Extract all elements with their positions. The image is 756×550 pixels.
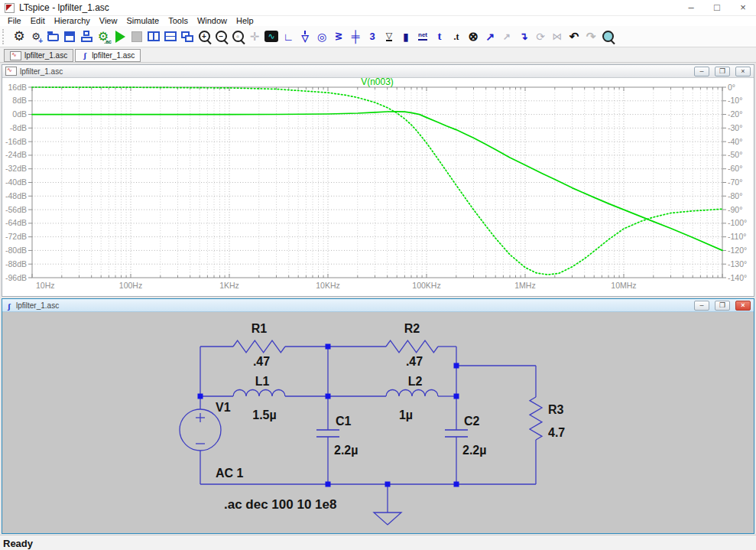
delete-icon[interactable] [465, 28, 482, 45]
component-R2-label[interactable]: R2 [404, 322, 420, 335]
waveform-restore-button[interactable]: ❐ [715, 67, 730, 76]
db-axis-label: -8dB [10, 123, 27, 132]
copy-icon[interactable] [482, 28, 498, 45]
place-component-icon[interactable] [397, 28, 414, 45]
menu-file[interactable]: File [3, 16, 26, 26]
phase-axis-label: 0° [728, 83, 735, 92]
menu-edit[interactable]: Edit [26, 16, 50, 26]
toolbar [0, 26, 756, 47]
waveform-plot-area[interactable]: 16dB0°8dB-10°0dB-20°-8dB-30°-16dB-40°-24… [2, 78, 754, 296]
schematic-icon [81, 51, 89, 60]
junction-node [385, 482, 391, 487]
zoom-in-icon[interactable] [196, 28, 213, 45]
new-schematic-icon[interactable] [28, 28, 44, 45]
drag-icon[interactable] [515, 28, 532, 45]
junction-node [454, 394, 459, 399]
place-ground-icon[interactable] [297, 28, 313, 45]
menu-view[interactable]: View [95, 16, 122, 26]
schematic-close-button[interactable]: × [735, 301, 751, 311]
zoom-full-extents-icon[interactable] [229, 28, 246, 45]
place-inductor-icon[interactable] [364, 28, 381, 45]
component-R1-value[interactable]: .47 [253, 355, 270, 368]
component-C2-value[interactable]: 2.2µ [462, 444, 486, 457]
menu-help[interactable]: Help [232, 16, 258, 26]
tab-waveform[interactable]: lpfilter_1.asc [4, 49, 73, 62]
place-resistor-icon[interactable] [330, 28, 347, 45]
phase-axis-label: -20° [728, 109, 742, 119]
print-icon[interactable] [78, 28, 95, 45]
freq-axis-label: 1MHz [514, 281, 535, 290]
schematic-icon [5, 298, 13, 312]
rotate-icon [532, 28, 549, 45]
freq-axis-label: 10MHz [611, 281, 636, 290]
waveform-plot[interactable]: 16dB0°8dB-10°0dB-20°-8dB-30°-16dB-40°-24… [2, 78, 754, 296]
spice-netlist-icon[interactable] [414, 28, 431, 45]
place-text-icon[interactable] [431, 28, 448, 45]
junction-node [326, 482, 331, 487]
spice-directive-text[interactable]: .ac dec 100 10 1e8 [224, 497, 336, 512]
mirror-icon [549, 28, 566, 45]
db-axis-label: 16dB [8, 83, 27, 92]
freq-axis-label: 10Hz [36, 281, 55, 290]
component-V1-label[interactable]: V1 [216, 401, 231, 414]
minimize-button[interactable]: – [678, 0, 704, 15]
schematic-minimize-button[interactable]: – [694, 301, 709, 311]
tab-schematic[interactable]: lpfilter_1.asc [75, 49, 141, 62]
phase-axis-label: -70° [728, 177, 742, 187]
db-axis-label: -32dB [5, 164, 27, 173]
component-R2-value[interactable]: .47 [406, 355, 423, 368]
junction-node [198, 394, 203, 399]
menu-window[interactable]: Window [193, 16, 232, 26]
label-net-icon[interactable] [313, 28, 330, 45]
open-icon[interactable] [44, 28, 61, 45]
component-R3-label[interactable]: R3 [548, 403, 564, 416]
autorange-y-axis-icon[interactable] [263, 28, 280, 45]
schematic-window-titlebar[interactable]: lpfilter_1.asc – ❐ × [2, 299, 754, 312]
db-axis-label: -96dB [5, 273, 27, 282]
place-diode-icon[interactable] [381, 28, 397, 45]
waveform-close-button[interactable]: × [735, 67, 751, 76]
menu-tools[interactable]: Tools [164, 16, 193, 26]
paste-icon [498, 28, 515, 45]
db-axis-label: -24dB [5, 150, 27, 159]
save-icon[interactable] [61, 28, 78, 45]
component-R3-value[interactable]: 4.7 [548, 426, 565, 439]
schematic-restore-button[interactable]: ❐ [715, 301, 730, 311]
control-panel-icon[interactable] [11, 28, 28, 45]
undo-icon[interactable] [566, 28, 582, 45]
view-spice-netlist-icon[interactable] [95, 28, 112, 45]
menu-hierarchy[interactable]: Hierarchy [50, 16, 95, 26]
db-axis-label: -88dB [5, 259, 27, 268]
component-L2-value[interactable]: 1µ [399, 408, 413, 421]
component-L1-value[interactable]: 1.5µ [252, 408, 276, 421]
component-L2-label[interactable]: L2 [408, 375, 423, 388]
place-capacitor-icon[interactable] [347, 28, 364, 45]
component-R1-label[interactable]: R1 [251, 322, 268, 335]
component-C2-label[interactable]: C2 [464, 415, 480, 428]
component-L1-label[interactable]: L1 [255, 375, 270, 388]
trace-legend[interactable]: V(n003) [361, 78, 394, 87]
find-icon[interactable] [599, 28, 616, 45]
draw-wire-icon[interactable] [280, 28, 297, 45]
component-V1-value[interactable]: AC 1 [216, 467, 244, 480]
component-C1-value[interactable]: 2.2µ [334, 444, 358, 457]
component-C1-label[interactable]: C1 [336, 415, 352, 428]
maximize-button[interactable]: □ [704, 0, 730, 15]
zoom-out-icon[interactable] [213, 28, 229, 45]
schematic-canvas-area[interactable]: R1.47R2.47L11.5µL21µC12.2µC22.2µR34.7V1A… [2, 312, 754, 533]
menu-simulate[interactable]: Simulate [122, 16, 164, 26]
cascade-windows-icon[interactable] [179, 28, 196, 45]
ltspice-app: LTspice - lpfilter_1.asc – □ × FileEditH… [0, 0, 756, 550]
close-button[interactable]: × [730, 0, 756, 15]
waveform-minimize-button[interactable]: – [694, 67, 709, 76]
tile-vertically-icon[interactable] [145, 28, 162, 45]
tile-horizontally-icon[interactable] [162, 28, 179, 45]
phase-axis-label: -100° [728, 218, 747, 227]
phase-axis-label: -10° [728, 96, 742, 105]
waveform-window-titlebar[interactable]: lpfilter_1.asc – ❐ × [2, 65, 754, 78]
spice-directive-icon[interactable] [448, 28, 465, 45]
toolbar-gripper [2, 29, 8, 44]
title-bar[interactable]: LTspice - lpfilter_1.asc – □ × [0, 0, 756, 16]
run-icon[interactable] [112, 28, 128, 45]
schematic-canvas[interactable]: R1.47R2.47L11.5µL21µC12.2µC22.2µR34.7V1A… [2, 312, 754, 533]
